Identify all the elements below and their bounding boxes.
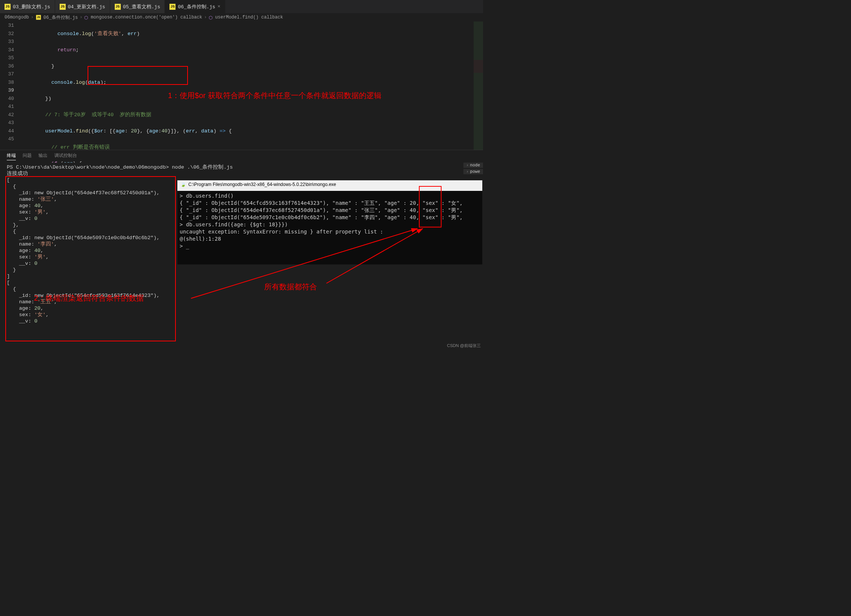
cube-icon xyxy=(84,15,89,20)
tab-terminal[interactable]: 终端 xyxy=(7,152,16,160)
editor[interactable]: 313233343536373839404142434445 console.l… xyxy=(0,22,483,150)
watermark: CSDN @前端张三 xyxy=(447,343,481,349)
editor-tabs: JS 03_删除文档.js JS 04_更新文档.js JS 05_查看文档.j… xyxy=(0,0,483,13)
breadcrumb: 06mongodb › JS 06_条件控制.js › mongoose.con… xyxy=(0,13,483,22)
mongo-output: > db.users.find() { "_id" : ObjectId("65… xyxy=(177,191,482,264)
chevron-right-icon: › xyxy=(31,15,34,20)
tab-label: 05_查看文档.js xyxy=(123,3,160,10)
mongodb-icon: 🍃 xyxy=(180,182,186,187)
annotation-2: 2：终端渲染返回符合条件的数据 xyxy=(34,293,144,303)
breadcrumb-item[interactable]: 06_条件控制.js xyxy=(43,14,78,21)
code-content[interactable]: console.log('查看失败', err) return; } conso… xyxy=(21,22,483,150)
chevron-right-icon: › xyxy=(466,170,469,174)
annotation-1: 1：使用$or 获取符合两个条件中任意一个条件就返回数据的逻辑 xyxy=(168,91,382,101)
mongo-shell-window: 🍃 C:\Program Files\mongodb-win32-x86_64-… xyxy=(177,180,482,264)
js-icon: JS xyxy=(5,4,11,10)
tab-05[interactable]: JS 05_查看文档.js xyxy=(110,0,165,13)
tab-06[interactable]: JS 06_条件控制.js × xyxy=(165,0,225,13)
cube-icon xyxy=(209,15,213,20)
tab-label: 04_更新文档.js xyxy=(68,3,105,10)
tab-label: 03_删除文档.js xyxy=(13,3,50,10)
chevron-right-icon: › xyxy=(204,15,207,20)
terminal-side-panel: ›node ›powe xyxy=(463,163,483,174)
minimap[interactable] xyxy=(474,22,483,150)
js-icon: JS xyxy=(169,4,175,10)
line-numbers: 313233343536373839404142434445 xyxy=(0,22,21,150)
tab-03[interactable]: JS 03_删除文档.js xyxy=(0,0,55,13)
terminal[interactable]: ›node ›powe PS C:\Users\da\Desktop\work\… xyxy=(0,163,483,347)
js-icon: JS xyxy=(115,4,121,10)
tab-label: 06_条件控制.js xyxy=(178,3,215,10)
close-icon[interactable]: × xyxy=(217,4,220,9)
tab-04[interactable]: JS 04_更新文档.js xyxy=(55,0,110,13)
breadcrumb-item[interactable]: 06mongodb xyxy=(5,15,29,20)
side-item-node[interactable]: ›node xyxy=(463,163,483,168)
chevron-right-icon: › xyxy=(466,163,469,167)
chevron-right-icon: › xyxy=(80,15,82,20)
js-icon: JS xyxy=(36,15,41,20)
breadcrumb-item[interactable]: userModel.find() callback xyxy=(215,15,283,20)
breadcrumb-item[interactable]: mongoose.connection.once('open') callbac… xyxy=(91,15,202,20)
js-icon: JS xyxy=(60,4,66,10)
side-item-powershell[interactable]: ›powe xyxy=(463,169,483,174)
window-title: 🍃 C:\Program Files\mongodb-win32-x86_64-… xyxy=(180,182,336,187)
annotation-3: 所有数据都符合 xyxy=(264,282,317,292)
